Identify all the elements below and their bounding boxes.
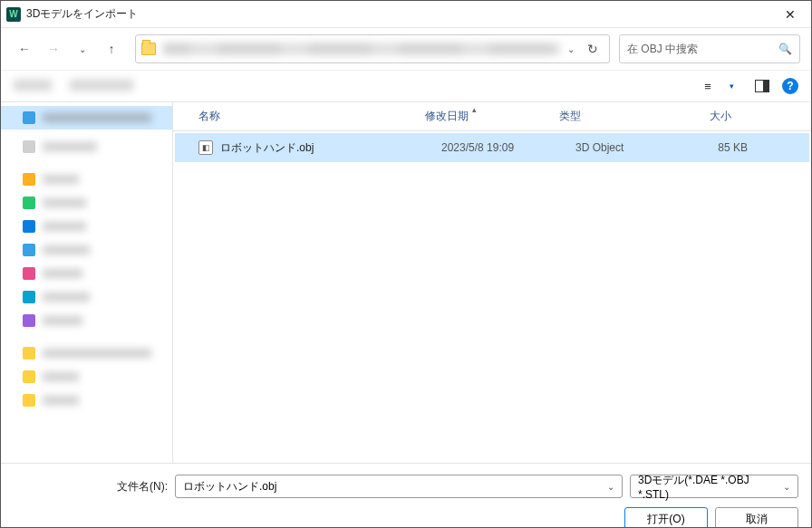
sidebar-item[interactable] [1, 135, 172, 158]
preview-pane-button[interactable] [749, 75, 775, 97]
nav-recent-dropdown[interactable]: ⌄ [70, 36, 95, 62]
sidebar-item[interactable] [1, 106, 172, 130]
sidebar-item[interactable] [1, 168, 172, 191]
nav-forward-button[interactable]: → [41, 36, 66, 62]
folder-icon [141, 43, 156, 55]
organize-menu[interactable] [14, 80, 140, 92]
nav-back-button[interactable]: ← [12, 36, 37, 62]
file-type: 3D Object [575, 141, 681, 154]
svg-rect-1 [763, 81, 768, 91]
close-button[interactable]: ✕ [769, 1, 811, 28]
open-button[interactable]: 打开(O) [624, 507, 708, 528]
sidebar-item[interactable] [1, 238, 172, 262]
help-icon[interactable]: ? [782, 78, 798, 94]
window-title: 3Dモデルをインポート [26, 6, 138, 22]
sidebar-item[interactable] [1, 285, 172, 309]
sidebar-item[interactable] [1, 309, 172, 332]
file-size: 85 KB [681, 141, 748, 154]
sort-indicator-icon: ▴ [472, 105, 477, 114]
sidebar-item[interactable] [1, 341, 172, 365]
path-text [163, 43, 560, 55]
chevron-down-icon[interactable]: ⌄ [783, 482, 790, 492]
column-headers[interactable]: ▴ 名称 修改日期 类型 大小 [173, 102, 811, 131]
filter-text: 3Dモデル(*.DAE *.OBJ *.STL) [638, 473, 783, 501]
search-placeholder: 在 OBJ 中搜索 [627, 42, 778, 57]
view-dropdown[interactable]: ▾ [719, 75, 744, 97]
view-list-button[interactable]: ≡ [695, 75, 720, 97]
chevron-down-icon[interactable]: ⌄ [607, 482, 614, 492]
address-bar[interactable]: ⌄ ↻ [135, 34, 610, 63]
file-row[interactable]: ◧ ロボットハンド.obj 2023/5/8 19:09 3D Object 8… [175, 133, 809, 162]
filename-label: 文件名(N): [14, 479, 168, 494]
path-dropdown[interactable]: ⌄ [560, 44, 582, 54]
column-size[interactable]: 大小 [664, 109, 731, 124]
nav-sidebar [1, 102, 173, 463]
cancel-button[interactable]: 取消 [715, 507, 798, 528]
sidebar-item[interactable] [1, 365, 172, 389]
sidebar-item[interactable] [1, 262, 172, 285]
file-name: ロボットハンド.obj [220, 140, 441, 156]
nav-up-button[interactable]: ↑ [99, 36, 124, 62]
column-name[interactable]: 名称 [198, 109, 425, 124]
file-date: 2023/5/8 19:09 [441, 141, 575, 154]
sidebar-item[interactable] [1, 215, 172, 238]
file-3d-icon: ◧ [198, 140, 213, 155]
filename-input[interactable]: ロボットハンド.obj ⌄ [175, 475, 623, 498]
search-icon: 🔍 [778, 43, 792, 55]
sidebar-item[interactable] [1, 389, 172, 412]
column-type[interactable]: 类型 [559, 109, 664, 124]
filetype-filter[interactable]: 3Dモデル(*.DAE *.OBJ *.STL) ⌄ [630, 475, 798, 498]
app-icon: W [6, 7, 21, 22]
sidebar-item[interactable] [1, 191, 172, 215]
column-date[interactable]: 修改日期 [425, 109, 559, 124]
search-input[interactable]: 在 OBJ 中搜索 🔍 [619, 34, 800, 63]
refresh-button[interactable]: ↻ [582, 42, 604, 56]
filename-value: ロボットハンド.obj [183, 479, 276, 494]
